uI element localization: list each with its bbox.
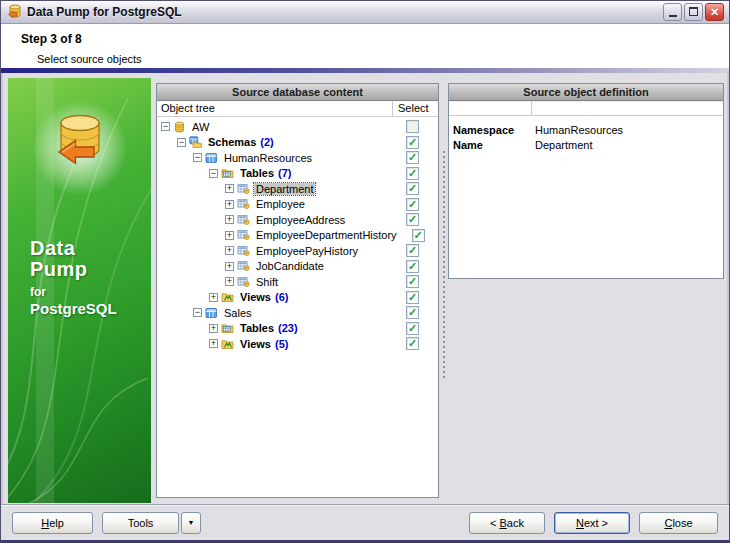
- expander-expanded-icon[interactable]: −: [209, 169, 218, 178]
- tree-node-label[interactable]: Tables: [238, 322, 276, 334]
- row-checkbox-checked[interactable]: ✓: [406, 213, 419, 226]
- close-icon: ✕: [710, 7, 719, 18]
- tree-row[interactable]: +Tables(23)✓: [157, 321, 438, 337]
- next-button[interactable]: Next >: [554, 512, 630, 534]
- node-count: (2): [260, 136, 273, 148]
- row-checkbox-checked[interactable]: ✓: [406, 198, 419, 211]
- expander-expanded-icon[interactable]: −: [161, 122, 170, 131]
- row-checkbox-checked[interactable]: ✓: [406, 151, 419, 164]
- schemas-folder-icon: [189, 136, 203, 148]
- row-checkbox-checked[interactable]: ✓: [406, 244, 419, 257]
- main-area: Data Pump for PostgreSQL Source database…: [1, 74, 729, 504]
- tree-row[interactable]: +Employee✓: [157, 197, 438, 213]
- row-checkbox-checked[interactable]: ✓: [406, 275, 419, 288]
- data-pump-icon: [46, 110, 114, 176]
- row-checkbox-checked[interactable]: ✓: [412, 229, 425, 242]
- expander-collapsed-icon[interactable]: +: [209, 339, 218, 348]
- tree-node-label[interactable]: Employee: [254, 198, 307, 210]
- step-header: Step 3 of 8 Select source objects: [1, 24, 729, 68]
- definition-label: Name: [449, 139, 532, 151]
- tree-row[interactable]: +Views(5)✓: [157, 336, 438, 352]
- tree-node-label[interactable]: AW: [190, 121, 211, 133]
- panel-splitter[interactable]: [441, 150, 448, 380]
- window-title: Data Pump for PostgreSQL: [27, 5, 661, 19]
- column-select[interactable]: Select: [393, 101, 438, 116]
- tree-node-label[interactable]: EmployeeDepartmentHistory: [254, 229, 399, 241]
- tools-button[interactable]: Tools: [102, 512, 179, 534]
- tree-node-label[interactable]: EmployeePayHistory: [254, 245, 360, 257]
- tree-node-label[interactable]: JobCandidate: [254, 260, 326, 272]
- tree-row[interactable]: +JobCandidate✓: [157, 259, 438, 275]
- row-checkbox-checked[interactable]: ✓: [406, 167, 419, 180]
- tree-node-label[interactable]: Views: [238, 338, 273, 350]
- expander-collapsed-icon[interactable]: +: [225, 246, 234, 255]
- tree-node-label[interactable]: Views: [238, 291, 273, 303]
- expander-collapsed-icon[interactable]: +: [225, 277, 234, 286]
- tree-row[interactable]: +Department✓: [157, 181, 438, 197]
- tree-row[interactable]: +EmployeeDepartmentHistory✓: [157, 228, 438, 244]
- row-checkbox-checked[interactable]: ✓: [406, 182, 419, 195]
- definition-value: Department: [532, 139, 592, 151]
- row-checkbox-checked[interactable]: ✓: [406, 136, 419, 149]
- definition-value-column: [532, 101, 723, 115]
- header-divider: [1, 68, 729, 73]
- tree-row[interactable]: −HumanResources✓: [157, 150, 438, 166]
- expander-collapsed-icon[interactable]: +: [225, 184, 234, 193]
- tree-row[interactable]: −Schemas(2)✓: [157, 135, 438, 151]
- views-folder-icon: [221, 291, 235, 303]
- step-subtitle: Select source objects: [37, 53, 729, 65]
- tree-node-label[interactable]: HumanResources: [222, 152, 314, 164]
- minimize-button[interactable]: [663, 3, 682, 21]
- close-window-button[interactable]: ✕: [705, 3, 724, 21]
- product-line-1: Data: [30, 238, 117, 259]
- row-checkbox-checked[interactable]: ✓: [406, 260, 419, 273]
- expander-collapsed-icon[interactable]: +: [225, 231, 234, 240]
- tree-row[interactable]: −AW: [157, 119, 438, 135]
- expander-collapsed-icon[interactable]: +: [209, 293, 218, 302]
- product-name: Data Pump for PostgreSQL: [30, 238, 117, 316]
- tree-row[interactable]: +EmployeeAddress✓: [157, 212, 438, 228]
- tree-node-label[interactable]: Schemas: [206, 136, 258, 148]
- definition-fields: NamespaceHumanResourcesNameDepartment: [449, 116, 723, 152]
- tree-row[interactable]: +Views(6)✓: [157, 290, 438, 306]
- tree-node-label[interactable]: Department: [254, 183, 315, 195]
- column-object-tree[interactable]: Object tree: [157, 101, 393, 116]
- step-title: Step 3 of 8: [21, 32, 729, 46]
- expander-collapsed-icon[interactable]: +: [209, 324, 218, 333]
- tree-column-headers: Object tree Select: [157, 101, 438, 117]
- expander-expanded-icon[interactable]: −: [193, 153, 202, 162]
- tree-node-label[interactable]: EmployeeAddress: [254, 214, 347, 226]
- tree-row[interactable]: −Sales✓: [157, 305, 438, 321]
- table-icon: [237, 229, 251, 241]
- row-checkbox-checked[interactable]: ✓: [406, 322, 419, 335]
- tools-dropdown-button[interactable]: ▼: [181, 512, 201, 534]
- row-checkbox-checked[interactable]: ✓: [406, 291, 419, 304]
- expander-expanded-icon[interactable]: −: [193, 308, 202, 317]
- table-icon: [237, 276, 251, 288]
- tree-node-label[interactable]: Tables: [238, 167, 276, 179]
- back-button[interactable]: < Back: [469, 512, 545, 534]
- tree-row[interactable]: +Shift✓: [157, 274, 438, 290]
- help-button[interactable]: Help: [12, 512, 93, 534]
- row-checkbox-unchecked[interactable]: [406, 120, 419, 133]
- expander-collapsed-icon[interactable]: +: [225, 215, 234, 224]
- definition-value: HumanResources: [532, 124, 623, 136]
- table-icon: [237, 260, 251, 272]
- row-checkbox-checked[interactable]: ✓: [406, 306, 419, 319]
- tree-row[interactable]: +EmployeePayHistory✓: [157, 243, 438, 259]
- definition-row: NamespaceHumanResources: [449, 122, 723, 137]
- node-count: (23): [278, 322, 298, 334]
- schema-icon: [205, 307, 219, 319]
- definition-row: NameDepartment: [449, 137, 723, 152]
- tree-node-label[interactable]: Sales: [222, 307, 254, 319]
- maximize-button[interactable]: [684, 3, 703, 21]
- tree-node-label[interactable]: Shift: [254, 276, 280, 288]
- close-button[interactable]: Close: [639, 512, 718, 534]
- expander-collapsed-icon[interactable]: +: [225, 200, 234, 209]
- expander-expanded-icon[interactable]: −: [177, 138, 186, 147]
- object-tree: −AW−Schemas(2)✓−HumanResources✓−Tables(7…: [157, 118, 438, 497]
- tree-row[interactable]: −Tables(7)✓: [157, 166, 438, 182]
- source-database-panel-title: Source database content: [157, 84, 438, 101]
- expander-collapsed-icon[interactable]: +: [225, 262, 234, 271]
- row-checkbox-checked[interactable]: ✓: [406, 337, 419, 350]
